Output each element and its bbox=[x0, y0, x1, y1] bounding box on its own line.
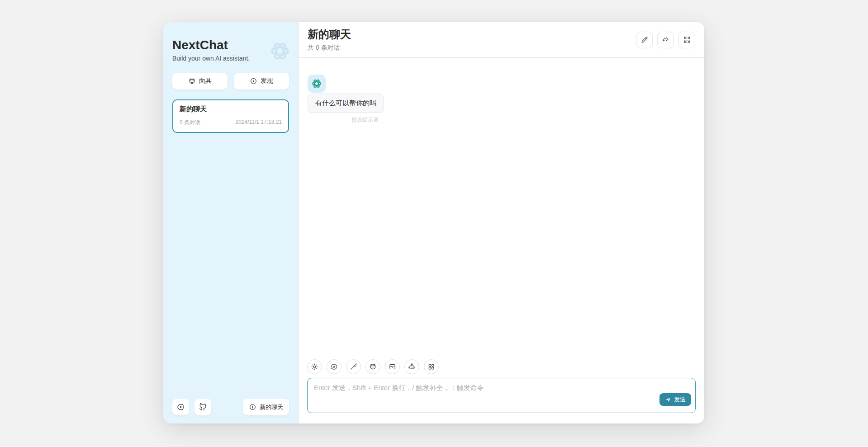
github-button[interactable] bbox=[194, 399, 211, 415]
share-chat-button[interactable] bbox=[657, 32, 674, 48]
send-button[interactable]: 发送 bbox=[659, 393, 691, 406]
sidebar-actions: 面具 发现 bbox=[172, 73, 289, 89]
nextchat-app-window: NextChat Build your own AI assistant. 面具… bbox=[163, 22, 704, 423]
plugins-grid-icon bbox=[427, 363, 435, 371]
new-chat-button[interactable]: 新的聊天 bbox=[243, 399, 289, 415]
clear-context-icon bbox=[389, 363, 396, 371]
theme-toggle-button[interactable] bbox=[327, 359, 342, 374]
chat-title[interactable]: 新的聊天 bbox=[308, 28, 351, 41]
chat-item-title: 新的聊天 bbox=[180, 105, 282, 113]
input-wrap: 发送 bbox=[307, 378, 696, 415]
paper-plane-icon bbox=[665, 396, 671, 403]
discover-button[interactable]: 发现 bbox=[234, 73, 289, 89]
openai-logo-icon bbox=[268, 39, 292, 63]
gear-icon bbox=[176, 403, 185, 411]
message-bubble[interactable]: 有什么可以帮你的吗 bbox=[308, 94, 384, 113]
masks-button-label: 面具 bbox=[199, 77, 212, 85]
theme-auto-icon bbox=[330, 363, 338, 371]
model-select-button[interactable] bbox=[404, 359, 419, 374]
chat-list-item-selected[interactable]: 新的聊天 0 条对话 2024/11/1 17:18:21 bbox=[172, 99, 289, 133]
chat-message-count: 共 0 条对话 bbox=[308, 44, 351, 52]
chat-input[interactable] bbox=[307, 378, 696, 413]
plugins-button[interactable] bbox=[424, 359, 439, 374]
add-circle-icon bbox=[249, 403, 256, 411]
share-icon bbox=[662, 36, 670, 44]
rename-pencil-icon bbox=[640, 36, 649, 44]
chat-settings-button[interactable] bbox=[307, 359, 322, 374]
robot-icon bbox=[408, 363, 416, 371]
mask-icon bbox=[188, 77, 196, 85]
mask-icon bbox=[369, 363, 377, 371]
message-bubble-wrap: 有什么可以帮你的吗 预设提示词 bbox=[308, 94, 384, 124]
discover-icon bbox=[250, 77, 257, 85]
assistant-message: 有什么可以帮你的吗 预设提示词 bbox=[308, 75, 695, 124]
prompt-hints-button[interactable] bbox=[346, 359, 361, 374]
discover-button-label: 发现 bbox=[261, 77, 273, 85]
mask-select-button[interactable] bbox=[365, 359, 380, 374]
chat-header: 新的聊天 共 0 条对话 bbox=[299, 22, 704, 58]
openai-logo-icon bbox=[311, 78, 323, 89]
assistant-avatar bbox=[308, 75, 326, 93]
maximize-icon bbox=[683, 36, 691, 44]
clear-context-button[interactable] bbox=[385, 359, 400, 374]
chat-item-info: 0 条对话 2024/11/1 17:18:21 bbox=[180, 119, 282, 127]
chat-header-actions bbox=[636, 32, 695, 48]
chat-message-list[interactable]: 有什么可以帮你的吗 预设提示词 bbox=[299, 58, 704, 355]
settings-button[interactable] bbox=[172, 399, 189, 415]
github-icon bbox=[199, 403, 207, 411]
masks-button[interactable]: 面具 bbox=[172, 73, 228, 89]
maximize-button[interactable] bbox=[678, 32, 695, 48]
chat-input-panel: 发送 bbox=[299, 355, 704, 423]
new-chat-button-label: 新的聊天 bbox=[260, 403, 283, 411]
message-hint: 预设提示词 bbox=[308, 116, 384, 124]
chat-item-count: 0 条对话 bbox=[180, 119, 200, 127]
chat-item-date: 2024/11/1 17:18:21 bbox=[235, 119, 282, 127]
sidebar: NextChat Build your own AI assistant. 面具… bbox=[163, 22, 299, 423]
magic-wand-icon bbox=[350, 363, 357, 371]
chat-panel: 新的聊天 共 0 条对话 bbox=[299, 22, 704, 423]
send-button-label: 发送 bbox=[674, 395, 686, 404]
sidebar-footer: 新的聊天 bbox=[172, 399, 289, 415]
gear-icon bbox=[311, 363, 318, 371]
chat-header-text: 新的聊天 共 0 条对话 bbox=[308, 28, 351, 52]
rename-chat-button[interactable] bbox=[636, 32, 653, 48]
input-toolbar bbox=[307, 359, 696, 374]
